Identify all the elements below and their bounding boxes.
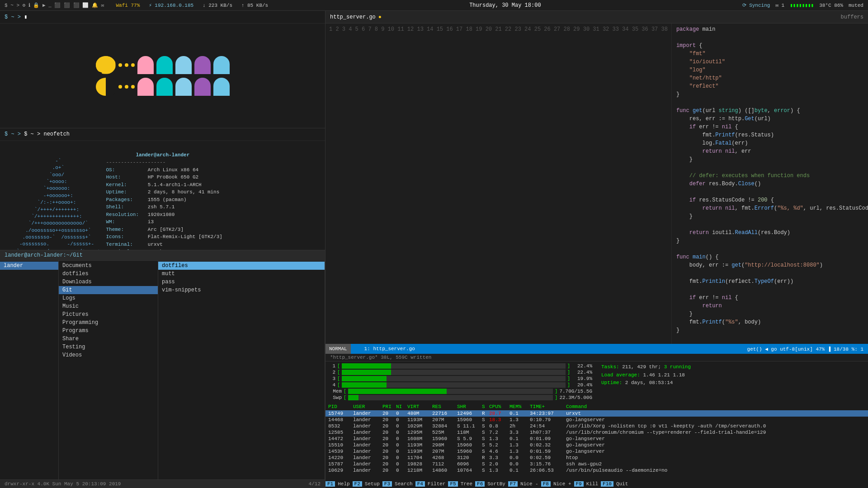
neofetch-prompt: $ ~ > $ ~ > neofetch — [0, 128, 325, 141]
fm-statusbar: drwxr-xr-x 4.0K Sun May 5 20:13:09 2019 … — [0, 479, 325, 488]
topbar-clock: Thursday, 30 May 18:00 — [469, 2, 541, 9]
htop-table-header: PID USER PRI NI VIRT RES SHR S CPU% MEM%… — [326, 403, 868, 410]
editor-statusbar-right: get() ◀ go utf-8[unix] 47% ▐ 18/38 %: 1 — [747, 346, 863, 352]
htop-tasks: Tasks: 211, 429 thr; 3 running — [601, 363, 864, 371]
topbar: $ ~ > ⚙ ℹ 🔒 ▶ _ ⬛ ⬛ ⬛ ⬜ 🔔 ✉ Wafi 77% ⚡ 1… — [0, 0, 868, 11]
audio-status: muted — [849, 3, 863, 8]
cpu-bars: ▮▮▮▮▮▮▮▮ — [790, 2, 814, 8]
fm-item-documents[interactable]: Documents — [59, 262, 158, 270]
editor-statusbar: NORMAL 1: http_server.go get() ◀ go utf-… — [326, 344, 868, 354]
file-manager: lander@arch-lander:~/Git lander Document… — [0, 250, 325, 488]
battery-temp: 38°C 86% — [819, 3, 843, 8]
fm-title: lander@arch-lander:~/Git — [0, 250, 325, 261]
htop-fn8[interactable]: F8Nice + — [541, 481, 574, 487]
editor-code[interactable]: package main import { "fmt" "io/ioutil" … — [672, 23, 868, 344]
fm-item-pictures[interactable]: Pictures — [59, 310, 158, 319]
fm-item-mutt[interactable]: mutt — [158, 270, 325, 278]
fm-column-lander[interactable]: Documents dotfiles Downloads Git Logs Mu… — [59, 261, 158, 479]
topbar-left-info: $ ~ > ⚙ ℹ 🔒 ▶ _ ⬛ ⬛ ⬛ ⬜ 🔔 ✉ Wafi 77% ⚡ 1… — [5, 2, 268, 8]
htop-cpu-meters: 1 [ ] 22.4% 2 [ — [329, 363, 592, 401]
htop-process-row[interactable]: 14472lander2001608M15960S 5.9S1.30.10:01… — [326, 436, 868, 442]
fm-item-testing[interactable]: Testing — [59, 343, 158, 351]
htop-system-info: Tasks: 211, 429 thr; 3 running Load aver… — [601, 363, 864, 401]
fm-item-share[interactable]: Share — [59, 335, 158, 343]
syncing-indicator: ⟳ Syncing — [742, 2, 770, 8]
htop-process-row[interactable]: 14468lander2001193M207M15960S18.31.30:10… — [326, 417, 868, 423]
htop-fn3[interactable]: F3Search — [382, 481, 415, 487]
htop-process-row[interactable]: 8532lander2001029M32884S 11.1S0.82h24:54… — [326, 423, 868, 429]
fm-item-lander[interactable]: lander — [0, 262, 58, 270]
htop-fn5[interactable]: F5Tree — [448, 481, 475, 487]
cpu1-label: 1 — [329, 363, 335, 369]
htop-fn1[interactable]: F1Help — [326, 481, 353, 487]
neofetch-logo: -` .o+` `ooo/ `+oooo: `+oooooo: -+oooooo… — [5, 144, 106, 247]
editor-line-numbers: 1 2 3 4 5 6 7 8 9 10 11 12 13 14 15 16 1… — [326, 23, 672, 344]
fm-page-info: 4/12 — [309, 481, 321, 487]
mail-indicator: ✉ 1 — [775, 2, 784, 8]
htop-footer: F1Help F2Setup F3Search F4Filter F5Tree … — [326, 480, 868, 488]
cpu1-pct: 22.4% — [572, 363, 592, 369]
neofetch-info: lander@arch-lander -------------------- … — [106, 144, 252, 247]
fm-item-git[interactable]: Git — [59, 286, 158, 294]
htop-process-row[interactable]: 15787lander2001982871126096S2.00.03:15.7… — [326, 461, 868, 467]
htop-uptime: Uptime: 2 days, 08:53:14 — [601, 379, 864, 387]
editor-filename: http_server.go — [330, 14, 376, 20]
htop-meters: 1 [ ] 22.4% 2 [ — [326, 361, 868, 403]
topbar-right: ⟳ Syncing ✉ 1 ▮▮▮▮▮▮▮▮ 38°C 86% muted — [742, 2, 863, 8]
htop-process-table: PID USER PRI NI VIRT RES SHR S CPU% MEM%… — [326, 403, 868, 480]
fm-item-programs[interactable]: Programs — [59, 327, 158, 335]
htop-process-row[interactable]: 12585lander2001295M525M118MS7.23.31h07:3… — [326, 429, 868, 436]
htop-fn10[interactable]: F10Quit — [601, 481, 631, 487]
htop-process-row[interactable]: 10629lander2001218M1486010764S1.30.126:0… — [326, 467, 868, 474]
editor-modified-dot: ● — [378, 14, 382, 20]
htop-process-row[interactable]: 14220lander2001170442683120R3.30.00:02.5… — [326, 455, 868, 461]
editor-bottom-line: *http_server.go* 38L, 559C written — [326, 354, 868, 361]
htop-fn4[interactable]: F4Filter — [415, 481, 448, 487]
fm-item-dotfiles-git[interactable]: dotfiles — [158, 262, 325, 270]
htop-load: Load average: 1.46 1.21 1.18 — [601, 371, 864, 380]
htop-fn7[interactable]: F7Nice - — [508, 481, 541, 487]
htop-process-row[interactable]: 15510lander2001193M298M15960S5.21.30:02.… — [326, 442, 868, 448]
neofetch-terminal: $ ~ > $ ~ > neofetch -` .o+` `ooo/ `+ooo… — [0, 128, 325, 250]
pacman-prompt: $ ~ > ▮ — [0, 11, 325, 23]
htop-process-row[interactable]: 15749lander200480M2271612496R28.70.134:2… — [326, 410, 868, 417]
editor-buffers-label: buffers — [841, 14, 863, 20]
fm-item-vim-snippets[interactable]: vim-snippets — [158, 286, 325, 294]
topbar-left: $ ~ > ⚙ ℹ 🔒 ▶ _ ⬛ ⬛ ⬛ ⬜ 🔔 ✉ Wafi 77% ⚡ 1… — [5, 2, 268, 8]
editor-tab[interactable]: http_server.go ● — [330, 14, 382, 20]
htop-process-row[interactable]: 14539lander2001193M207M15960S4.61.30:01.… — [326, 448, 868, 455]
code-editor: http_server.go ● buffers 1 2 3 4 5 6 7 8… — [326, 11, 868, 361]
htop-fn6[interactable]: F6SortBy — [475, 481, 508, 487]
htop-panel: 1 [ ] 22.4% 2 [ — [326, 361, 868, 488]
fm-item-music[interactable]: Music — [59, 302, 158, 310]
fm-file-info: drwxr-xr-x 4.0K Sun May 5 20:13:09 2019 — [5, 481, 121, 487]
pacman-terminal: $ ~ > ▮ — [0, 11, 325, 128]
fm-column-home[interactable]: lander — [0, 261, 59, 479]
fm-item-logs[interactable]: Logs — [59, 294, 158, 302]
fm-item-dotfiles[interactable]: dotfiles — [59, 270, 158, 278]
htop-fn2[interactable]: F2Setup — [353, 481, 382, 487]
fm-item-pass[interactable]: pass — [158, 278, 325, 286]
fm-column-git[interactable]: dotfiles mutt pass vim-snippets — [158, 261, 325, 479]
editor-mode-indicator: NORMAL — [326, 344, 351, 354]
editor-tabbar: http_server.go ● buffers — [326, 11, 868, 23]
editor-file-status: 1: http_server.go — [364, 346, 415, 352]
pacman-display — [0, 23, 325, 128]
fm-item-videos[interactable]: Videos — [59, 351, 158, 359]
fm-item-programming[interactable]: Programming — [59, 319, 158, 327]
fm-item-downloads[interactable]: Downloads — [59, 278, 158, 286]
htop-fn9[interactable]: F9Kill — [574, 481, 601, 487]
